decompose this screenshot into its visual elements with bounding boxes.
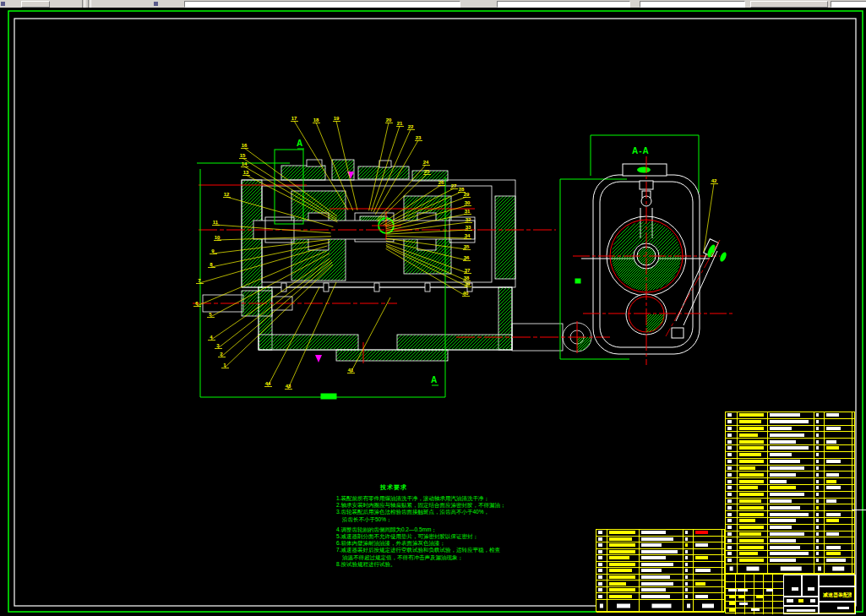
parts-list-row[interactable] (726, 532, 854, 538)
parts-list-row[interactable] (726, 439, 854, 445)
balloon-number[interactable]: 26 (438, 180, 444, 185)
illegible-text-block (816, 499, 819, 503)
balloon-number[interactable]: 39 (465, 281, 471, 286)
balloon-number[interactable]: 35 (464, 244, 470, 249)
parts-list-row[interactable] (726, 452, 854, 459)
parts-list-row[interactable] (726, 525, 854, 532)
parts-list-row[interactable] (596, 568, 724, 575)
balloon-number[interactable]: 8 (210, 262, 213, 267)
leader-line[interactable] (225, 264, 333, 368)
balloon-number[interactable]: 16 (242, 143, 248, 148)
main-assembly-view[interactable] (203, 160, 591, 361)
balloon-number[interactable]: 37 (465, 268, 471, 273)
illegible-text-block (609, 556, 629, 559)
balloon-number[interactable]: 32 (466, 217, 471, 222)
parts-list-row[interactable] (596, 593, 724, 600)
section-aa-view[interactable]: A-A (560, 135, 735, 365)
balloon-number[interactable]: 7 (198, 278, 201, 283)
balloon-number[interactable]: 22 (408, 124, 414, 129)
balloon-number[interactable]: 34 (465, 233, 471, 238)
parts-list-row[interactable] (596, 542, 724, 549)
parts-list-row[interactable] (726, 412, 854, 419)
balloon-number[interactable]: 40 (463, 291, 469, 296)
parts-list-row[interactable] (726, 558, 854, 564)
balloon-number[interactable]: 36 (464, 255, 470, 260)
illegible-text-block (770, 526, 792, 529)
illegible-text-block (816, 460, 819, 463)
parts-list-row[interactable] (726, 551, 854, 558)
parts-list-row[interactable] (596, 549, 724, 556)
parts-list-row[interactable] (596, 575, 724, 581)
toolbar-field-1[interactable] (184, 1, 460, 8)
toolbar-field-4[interactable] (831, 1, 866, 8)
parts-list-row[interactable] (596, 587, 724, 594)
parts-list-row[interactable] (726, 518, 854, 525)
parts-list-row[interactable] (596, 581, 724, 587)
parts-list-row[interactable] (596, 555, 724, 562)
balloon-number[interactable]: 10 (215, 235, 221, 240)
balloon-number[interactable]: 21 (397, 121, 403, 126)
parts-list-cell (726, 499, 738, 504)
parts-list-row[interactable] (726, 485, 854, 492)
parts-list-row[interactable] (726, 459, 854, 466)
parts-list-row[interactable] (726, 466, 854, 472)
parts-list-row[interactable] (726, 492, 854, 499)
parts-list-cell (768, 426, 814, 432)
balloon-number[interactable]: 1 (223, 363, 226, 368)
illegible-text-block (739, 602, 748, 605)
balloon-number[interactable]: 33 (466, 225, 471, 230)
balloon-number[interactable]: 18 (313, 117, 319, 123)
toolbar-button[interactable] (21, 1, 50, 8)
balloon-number[interactable]: 30 (465, 200, 471, 205)
parts-list-row[interactable] (726, 426, 854, 433)
parts-list-row[interactable] (596, 537, 724, 543)
illegible-text-block (609, 588, 635, 591)
parts-list-row[interactable] (726, 499, 854, 505)
cad-canvas[interactable]: A A A-A (0, 8, 866, 616)
parts-list-cell (825, 537, 852, 543)
balloon-number[interactable]: 44 (265, 381, 271, 386)
toolbar-field-3[interactable] (640, 1, 745, 8)
parts-list-row[interactable] (726, 445, 854, 452)
balloon-number[interactable]: 25 (424, 169, 430, 174)
parts-list-row[interactable] (726, 478, 854, 485)
balloon-number[interactable]: 9 (211, 248, 215, 253)
balloon-number[interactable]: 23 (416, 135, 422, 140)
parts-list-row[interactable] (726, 544, 854, 551)
parts-list-row[interactable] (726, 511, 854, 518)
parts-list-row[interactable] (726, 537, 854, 544)
parts-list-cell (640, 549, 684, 555)
balloon-number[interactable]: 42 (711, 178, 717, 183)
parts-list-row[interactable] (726, 472, 854, 478)
toolbar-dropdown[interactable] (750, 1, 828, 8)
balloon-number[interactable]: 43 (286, 384, 291, 389)
illegible-text-block (770, 552, 809, 555)
title-block[interactable]: 减速器装配图 (725, 574, 855, 613)
balloon-number[interactable]: 15 (240, 153, 246, 158)
balloon-number[interactable]: 11 (213, 220, 219, 225)
parts-list-row[interactable] (726, 432, 854, 439)
balloon-number[interactable]: 19 (334, 116, 340, 121)
illegible-text-block (739, 480, 764, 483)
balloon-number[interactable]: 13 (243, 170, 249, 175)
parts-list-right[interactable] (725, 412, 855, 574)
parts-list-row[interactable] (596, 530, 724, 537)
toolbar-field-2[interactable] (497, 1, 630, 8)
balloon-number[interactable]: 27 (451, 183, 457, 188)
balloon-number[interactable]: 20 (386, 117, 392, 123)
parts-list-row[interactable] (596, 562, 724, 569)
balloon-number[interactable]: 29 (464, 192, 470, 197)
balloon-number[interactable]: 2 (220, 352, 223, 357)
parts-list-row[interactable] (726, 504, 854, 511)
illegible-text-block (816, 532, 819, 536)
balloon-number[interactable]: 31 (465, 209, 471, 214)
balloon-number[interactable]: 12 (224, 192, 230, 197)
balloon-number[interactable]: 38 (464, 275, 470, 281)
balloon-number[interactable]: 17 (291, 116, 297, 121)
balloon-number[interactable]: 24 (423, 160, 429, 165)
toolbar-icon[interactable] (154, 2, 158, 6)
balloon-number[interactable]: 41 (348, 368, 354, 373)
parts-list-left[interactable] (596, 529, 725, 612)
balloon-number[interactable]: 14 (242, 161, 248, 166)
parts-list-row[interactable] (726, 419, 854, 426)
